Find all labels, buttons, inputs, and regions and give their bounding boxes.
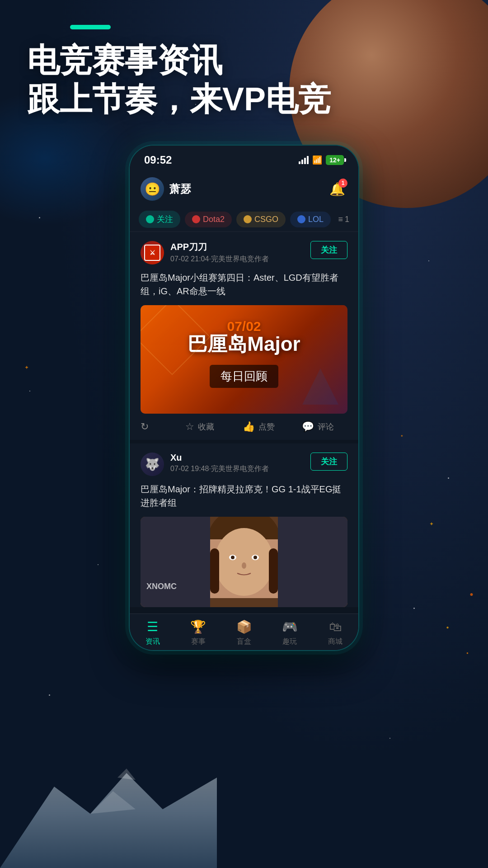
image-date: 07/02 bbox=[227, 319, 261, 334]
user-avatar: 😐 bbox=[141, 177, 164, 201]
user-name: 萧瑟 bbox=[169, 182, 191, 196]
post-time-1: 07-02 21:04·完美世界电竞作者 bbox=[170, 255, 310, 264]
nav-item-events[interactable]: 🏆 赛事 bbox=[175, 619, 221, 646]
particle1: ✦ bbox=[24, 364, 29, 371]
filter-tabs: 关注 Dota2 CSGO LOL ≡ 1 bbox=[130, 207, 358, 232]
svg-point-11 bbox=[253, 556, 257, 559]
post-image-2: XNOMC bbox=[141, 517, 347, 607]
content-area: ⚔ APP刀刀 07-02 21:04·完美世界电竞作者 关注 巴厘岛Major… bbox=[130, 232, 358, 613]
lol-dot bbox=[297, 215, 305, 223]
nav-item-fun[interactable]: 🎮 趣玩 bbox=[267, 619, 313, 646]
fun-icon: 🎮 bbox=[282, 619, 298, 634]
svg-rect-15 bbox=[141, 517, 210, 607]
post-title-2: 巴厘岛Major：招牌精灵拉席克！GG 1-1战平EG挺进胜者组 bbox=[141, 482, 347, 509]
filter-csgo[interactable]: CSGO bbox=[236, 212, 286, 227]
nav-item-shop[interactable]: 🛍 商城 bbox=[313, 619, 358, 646]
particle2: ✦ bbox=[400, 434, 404, 438]
comment-button[interactable]: 💬 评论 bbox=[288, 421, 347, 433]
post-time-2: 07-02 19:48·完美世界电竞作者 bbox=[170, 464, 310, 474]
lol-label: LOL bbox=[308, 215, 324, 224]
battery-icon: 12+ bbox=[326, 155, 344, 165]
dota2-dot bbox=[192, 215, 200, 223]
post-meta-1: APP刀刀 07-02 21:04·完美世界电竞作者 bbox=[170, 241, 310, 264]
svg-point-10 bbox=[231, 556, 235, 559]
filter-lol[interactable]: LOL bbox=[290, 212, 331, 227]
filter-dota2[interactable]: Dota2 bbox=[185, 212, 232, 227]
svg-point-7 bbox=[215, 528, 273, 596]
nav-item-box[interactable]: 📦 盲盒 bbox=[221, 619, 267, 646]
box-icon: 📦 bbox=[236, 619, 252, 634]
svg-marker-1 bbox=[0, 773, 217, 868]
user-info: 😐 萧瑟 bbox=[141, 177, 191, 201]
status-bar: 09:52 📶 12+ bbox=[130, 146, 358, 171]
post-image-1: 07/02 巴厘岛Major 每日回顾 bbox=[141, 305, 347, 414]
collect-label: 收藏 bbox=[198, 421, 214, 432]
phone-mockup: 09:52 📶 12+ 😐 萧瑟 🔔 bbox=[129, 145, 359, 651]
particle5: ● bbox=[446, 625, 449, 630]
header-title: 电竞赛事资讯 跟上节奏，来VP电竞 bbox=[27, 41, 331, 119]
post-avatar-2: 🐺 bbox=[141, 453, 164, 476]
post-meta-2: Xu 07-02 19:48·完美世界电竞作者 bbox=[170, 453, 310, 474]
post-card-1: ⚔ APP刀刀 07-02 21:04·完美世界电竞作者 关注 巴厘岛Major… bbox=[130, 232, 358, 443]
shop-label: 商城 bbox=[328, 637, 343, 646]
svg-point-12 bbox=[242, 562, 246, 569]
csgo-dot bbox=[244, 215, 252, 223]
svg-rect-13 bbox=[210, 548, 219, 594]
dota2-label: Dota2 bbox=[203, 215, 225, 224]
particle3: ✦ bbox=[429, 521, 434, 527]
follow-button-1[interactable]: 关注 bbox=[310, 241, 347, 259]
follow-label: 关注 bbox=[157, 214, 173, 225]
post-card-2: 🐺 Xu 07-02 19:48·完美世界电竞作者 关注 巴厘岛Major：招牌… bbox=[130, 443, 358, 607]
status-time: 09:52 bbox=[144, 154, 172, 166]
mountain-decoration bbox=[0, 750, 217, 868]
particle6: ● bbox=[466, 651, 469, 655]
post-header-1: ⚔ APP刀刀 07-02 21:04·完美世界电竞作者 关注 bbox=[141, 241, 347, 264]
nav-item-news[interactable]: ☰ 资讯 bbox=[130, 619, 175, 646]
status-icons: 📶 12+ bbox=[299, 155, 344, 165]
refresh-button[interactable]: ↻ bbox=[141, 421, 170, 433]
notification-button[interactable]: 🔔 1 bbox=[327, 179, 347, 199]
bottom-nav: ☰ 资讯 🏆 赛事 📦 盲盒 🎮 趣玩 🛍 商城 bbox=[130, 613, 358, 650]
svg-rect-14 bbox=[269, 548, 278, 594]
svg-rect-16 bbox=[278, 517, 347, 607]
particle4: ● bbox=[469, 590, 473, 598]
fun-label: 趣玩 bbox=[282, 637, 297, 646]
like-button[interactable]: 👍 点赞 bbox=[229, 421, 288, 433]
follow-dot bbox=[146, 215, 154, 223]
title-line2: 跟上节奏，来VP电竞 bbox=[27, 81, 331, 117]
refresh-icon: ↻ bbox=[141, 421, 149, 433]
post-title-1: 巴厘岛Major小组赛第四日：Aster、LGD有望胜者组，iG、AR命悬一线 bbox=[141, 271, 347, 298]
post-author-1: APP刀刀 bbox=[170, 241, 310, 253]
app-header: 😐 萧瑟 🔔 1 bbox=[130, 171, 358, 207]
header-section: 电竞赛事资讯 跟上节奏，来VP电竞 bbox=[27, 41, 331, 119]
notification-badge: 1 bbox=[338, 179, 347, 188]
svg-text:XNOMC: XNOMC bbox=[146, 582, 177, 591]
shop-icon: 🛍 bbox=[329, 619, 342, 634]
svg-marker-3 bbox=[117, 769, 136, 780]
signal-icon bbox=[299, 156, 309, 164]
post-header-2: 🐺 Xu 07-02 19:48·完美世界电竞作者 关注 bbox=[141, 453, 347, 476]
filter-more[interactable]: ≡ 1 bbox=[338, 215, 349, 224]
post-actions-1: ↻ ☆ 收藏 👍 点赞 💬 评论 bbox=[141, 414, 347, 440]
comment-label: 评论 bbox=[318, 421, 334, 432]
box-label: 盲盒 bbox=[237, 637, 251, 646]
title-line1: 电竞赛事资讯 bbox=[27, 42, 222, 78]
filter-follow[interactable]: 关注 bbox=[139, 211, 180, 228]
star-icon: ☆ bbox=[185, 421, 194, 433]
phone-screen: 09:52 📶 12+ 😐 萧瑟 🔔 bbox=[130, 146, 358, 650]
person-thumbnail: XNOMC bbox=[141, 517, 347, 607]
events-label: 赛事 bbox=[191, 637, 206, 646]
filter-more-count: 1 bbox=[345, 215, 349, 224]
accent-bar bbox=[70, 25, 111, 29]
collect-button[interactable]: ☆ 收藏 bbox=[170, 421, 229, 433]
follow-button-2[interactable]: 关注 bbox=[310, 453, 347, 471]
thumb-icon: 👍 bbox=[243, 421, 255, 433]
comment-icon: 💬 bbox=[302, 421, 314, 433]
events-icon: 🏆 bbox=[190, 619, 206, 634]
wifi-icon: 📶 bbox=[312, 155, 322, 165]
post-avatar-1: ⚔ bbox=[141, 241, 164, 264]
csgo-label: CSGO bbox=[254, 215, 278, 224]
post-author-2: Xu bbox=[170, 453, 310, 463]
filter-more-icon: ≡ bbox=[338, 215, 343, 224]
news-icon: ☰ bbox=[147, 619, 158, 634]
